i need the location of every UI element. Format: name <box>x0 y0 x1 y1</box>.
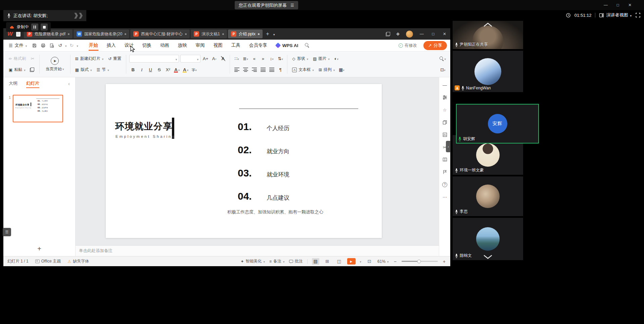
tab-view[interactable]: 视图 <box>209 40 227 51</box>
wps-maximize-button[interactable]: □ <box>427 28 439 40</box>
slide-thumbnail[interactable]: 环境就业分享 Employment Sharing 01.个人经历 02.就业方… <box>13 95 63 122</box>
account-avatar[interactable] <box>406 31 413 38</box>
bullet-list-button[interactable] <box>233 55 240 63</box>
slide-canvas[interactable]: 环境就业分享 Employment Sharing 01.个人经历 02.就业方… <box>76 77 439 245</box>
tab-slides[interactable]: 幻灯片 <box>26 77 39 89</box>
theme-indicator[interactable]: Office 主题 <box>35 258 61 264</box>
tab-outline[interactable]: 大纲 <box>9 77 17 89</box>
slide[interactable]: 环境就业分享 Employment Sharing 01.个人经历 02.就业方… <box>106 84 382 238</box>
participant-tile-sharing[interactable]: 尹朝阳正在共享 <box>453 21 523 49</box>
align-center-button[interactable] <box>242 66 249 74</box>
align-left-button[interactable] <box>233 66 240 74</box>
print-preview-icon[interactable] <box>49 43 55 48</box>
new-document-icon[interactable] <box>16 31 20 37</box>
participant-tile[interactable]: NanFengWan <box>453 51 523 92</box>
play-slideshow-button[interactable]: ▶ <box>347 258 356 265</box>
copy-pages-icon[interactable] <box>442 119 448 125</box>
tab-home[interactable]: 开始 <box>85 40 102 51</box>
fill-button[interactable] <box>333 55 340 63</box>
add-slide-button[interactable]: + <box>3 241 75 256</box>
panel-collapse-icon[interactable]: ‹ <box>68 81 70 86</box>
undo-dropdown[interactable] <box>65 42 67 48</box>
stop-recording-button[interactable] <box>41 24 48 31</box>
sidebar-collapse-handle[interactable]: › <box>446 141 451 152</box>
cut-button[interactable] <box>29 55 36 63</box>
section-button[interactable]: 节 <box>95 66 110 74</box>
superscript-button[interactable]: X² <box>164 66 172 74</box>
tab-slideshow[interactable]: 放映 <box>174 40 191 51</box>
strikethrough-button[interactable]: S <box>155 66 163 74</box>
wps-minimize-button[interactable]: — <box>416 28 427 40</box>
reading-view-button[interactable]: ◫ <box>335 258 343 265</box>
decrease-font-button[interactable]: A- <box>211 55 218 63</box>
new-tab-button[interactable]: + <box>264 31 272 37</box>
shapes-button[interactable]: 形状 <box>290 55 310 63</box>
meeting-maximize-button[interactable]: □ <box>612 0 624 10</box>
fit-slide-button[interactable] <box>366 258 373 265</box>
beautify-button[interactable]: 智能美化 <box>240 258 265 264</box>
format-painter-button[interactable]: 格式刷 <box>7 55 28 63</box>
tab-member[interactable]: 会员专享 <box>245 40 272 51</box>
view-mode-selector[interactable]: 演讲者视图 <box>599 12 632 18</box>
search-icon[interactable] <box>305 43 310 48</box>
distribute-button[interactable] <box>268 66 275 74</box>
print-icon[interactable] <box>40 43 46 48</box>
bold-button[interactable]: B <box>129 66 137 74</box>
collapse-line-icon[interactable]: — <box>442 82 448 88</box>
toast-menu-icon[interactable]: ☰ <box>290 3 294 8</box>
save-icon[interactable] <box>31 43 38 48</box>
selection-pane-button[interactable] <box>439 66 447 74</box>
flag-icon[interactable] <box>442 169 448 175</box>
doc-tab-ppt-2[interactable]: P 演示文稿1 <box>191 30 227 38</box>
new-slide-button[interactable]: 新建幻灯片 <box>74 55 105 63</box>
clear-format-button[interactable] <box>219 55 227 63</box>
layout-button[interactable]: 版式 <box>74 66 94 74</box>
arrange-button[interactable]: 排列 <box>317 66 337 74</box>
zoom-in-button[interactable]: + <box>442 259 446 264</box>
textbox-button[interactable]: 文本框 <box>290 66 316 74</box>
fullscreen-icon[interactable] <box>635 12 641 18</box>
help-icon[interactable] <box>442 181 448 188</box>
play-from-current-button[interactable]: 当页开始 <box>43 57 67 72</box>
scroll-down-icon[interactable] <box>484 255 492 259</box>
zoom-level[interactable]: 61% <box>377 259 389 264</box>
zoom-slider-handle[interactable] <box>417 259 421 263</box>
paragraph-settings-button[interactable] <box>277 66 284 74</box>
numbered-list-button[interactable] <box>242 55 249 63</box>
copy-button[interactable] <box>29 66 36 74</box>
undo-icon[interactable]: ↺ <box>57 43 63 48</box>
find-button[interactable] <box>439 55 447 63</box>
align-right-button[interactable] <box>250 66 258 74</box>
tab-tools[interactable]: 工具 <box>227 40 245 51</box>
doc-tab-active[interactable]: P 介绍.pptx <box>228 30 263 38</box>
zoom-slider[interactable] <box>402 261 438 262</box>
notes-button[interactable]: 备注 <box>269 258 285 264</box>
chart-icon[interactable] <box>442 132 448 138</box>
slide-sorter-view-button[interactable]: ⊞ <box>324 258 331 265</box>
text-direction-button[interactable] <box>268 55 275 63</box>
zoom-out-button[interactable]: − <box>393 259 397 264</box>
font-size-select[interactable] <box>180 55 200 63</box>
reset-button[interactable]: 重置 <box>106 55 123 63</box>
wps-close-button[interactable]: ✕ <box>439 28 450 40</box>
line-spacing-button[interactable] <box>277 55 284 63</box>
adjust-sliders-icon[interactable] <box>442 94 448 100</box>
redo-icon[interactable]: ↻ <box>69 43 74 48</box>
normal-view-button[interactable]: ▤ <box>312 258 319 265</box>
comments-button[interactable]: 批注 <box>289 258 303 264</box>
table-style-button[interactable] <box>338 66 345 74</box>
notes-bar[interactable]: 单击此处添加备注 <box>76 245 439 256</box>
increase-indent-button[interactable] <box>259 55 267 63</box>
decrease-indent-button[interactable] <box>250 55 258 63</box>
participant-tile-speaking[interactable]: 安辉 胡安辉 <box>456 104 539 144</box>
file-menu[interactable]: ☰ 文件 <box>7 42 29 48</box>
participant-tile[interactable]: 陈锦文 <box>453 218 523 260</box>
meeting-minimize-button[interactable]: — <box>600 0 612 10</box>
text-effect-button[interactable] <box>190 66 198 74</box>
tab-review[interactable]: 审阅 <box>191 40 209 51</box>
scroll-up-icon[interactable] <box>484 23 492 27</box>
missing-font-warning[interactable]: ⚠ 缺失字体 <box>67 258 89 264</box>
pause-recording-button[interactable] <box>31 24 38 31</box>
italic-button[interactable]: I <box>138 66 145 74</box>
highlight-color-button[interactable]: A <box>182 66 189 74</box>
